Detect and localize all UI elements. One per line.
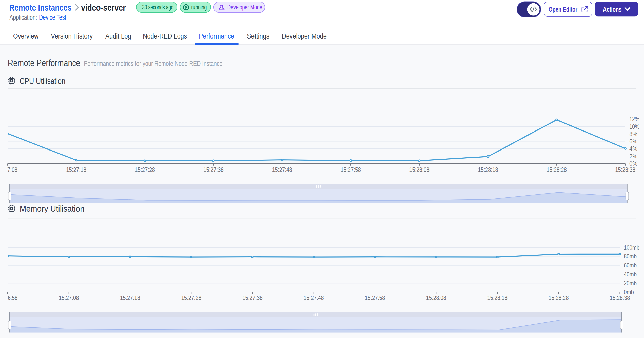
svg-text:Node-RED Logs: Node-RED Logs: [143, 32, 187, 40]
svg-text:80mb: 80mb: [624, 253, 637, 260]
svg-text:Developer Mode: Developer Mode: [227, 4, 262, 11]
svg-text:4%: 4%: [629, 145, 637, 152]
svg-text:30 seconds ago: 30 seconds ago: [142, 4, 173, 11]
svg-text:CPU Utilisation: CPU Utilisation: [20, 76, 66, 86]
svg-text:15:28:18: 15:28:18: [478, 166, 498, 173]
svg-text:15:28:38: 15:28:38: [610, 294, 630, 301]
svg-text:15:27:48: 15:27:48: [304, 294, 324, 301]
svg-text:100mb: 100mb: [624, 244, 639, 251]
svg-text:15:27:28: 15:27:28: [135, 166, 155, 173]
svg-text:15:27:28: 15:27:28: [181, 294, 201, 301]
svg-text:Settings: Settings: [247, 32, 269, 40]
svg-text:60mb: 60mb: [624, 262, 637, 269]
svg-text:Performance: Performance: [199, 32, 234, 40]
svg-text:Actions: Actions: [603, 6, 622, 13]
svg-text:Performance metrics for your R: Performance metrics for your Remote Node…: [84, 60, 222, 67]
svg-text:15:27:58: 15:27:58: [365, 294, 385, 301]
svg-text:Remote Instances: Remote Instances: [9, 3, 72, 12]
svg-text:0%: 0%: [629, 160, 637, 167]
svg-text:Version History: Version History: [51, 32, 93, 40]
svg-text:2%: 2%: [629, 153, 637, 160]
svg-text:Developer Mode: Developer Mode: [282, 32, 327, 40]
svg-text:6%: 6%: [629, 138, 637, 145]
svg-text:12%: 12%: [629, 116, 639, 122]
svg-text:15:28:28: 15:28:28: [547, 166, 567, 173]
svg-text:15:27:38: 15:27:38: [203, 166, 224, 173]
svg-text:Device Test: Device Test: [39, 13, 66, 21]
svg-text:Memory Utilisation: Memory Utilisation: [20, 204, 85, 213]
svg-text:10%: 10%: [629, 123, 639, 130]
svg-text:6:58: 6:58: [8, 294, 17, 301]
svg-text:15:28:08: 15:28:08: [409, 166, 430, 173]
svg-text:15:27:58: 15:27:58: [341, 166, 361, 173]
svg-text:Overview: Overview: [13, 32, 39, 40]
svg-text:8%: 8%: [629, 130, 637, 137]
svg-text:Remote Performance: Remote Performance: [8, 58, 80, 68]
svg-text:15:27:08: 15:27:08: [59, 294, 79, 301]
svg-text:15:27:38: 15:27:38: [242, 294, 263, 301]
svg-text:Audit Log: Audit Log: [105, 32, 131, 40]
svg-text:Open Editor: Open Editor: [549, 6, 577, 13]
svg-text:Application:: Application:: [9, 13, 37, 21]
svg-text:running: running: [191, 4, 207, 11]
svg-text:15:27:18: 15:27:18: [66, 166, 86, 173]
svg-text:15:28:08: 15:28:08: [426, 294, 446, 301]
svg-text:15:28:28: 15:28:28: [549, 294, 569, 301]
svg-text:15:28:38: 15:28:38: [615, 166, 635, 173]
svg-text:40mb: 40mb: [624, 271, 637, 278]
svg-text:video-server: video-server: [81, 3, 126, 12]
svg-text:15:27:48: 15:27:48: [272, 166, 292, 173]
svg-text:15:28:18: 15:28:18: [487, 294, 508, 301]
svg-text:15:27:18: 15:27:18: [120, 294, 140, 301]
svg-text:20mb: 20mb: [624, 280, 637, 287]
svg-text:7:08: 7:08: [7, 166, 17, 173]
